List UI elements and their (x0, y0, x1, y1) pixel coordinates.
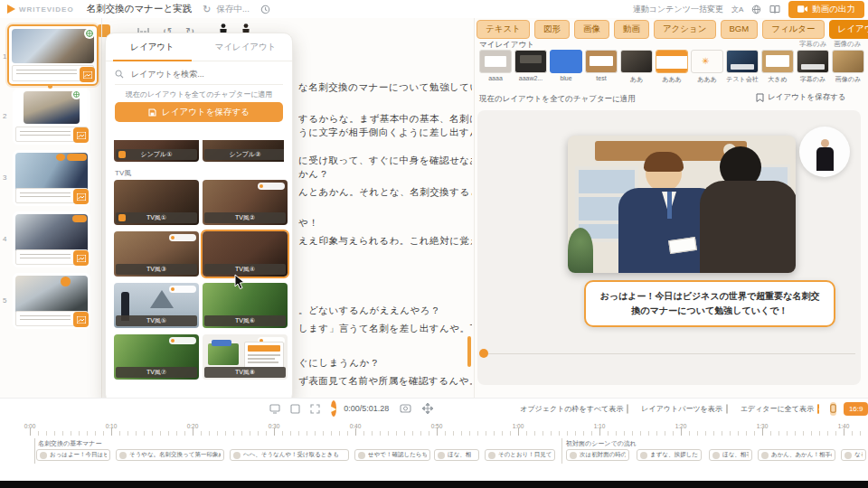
narrator-avatar[interactable] (799, 127, 850, 177)
fullscreen-icon[interactable] (310, 404, 320, 414)
script-line[interactable]: かん？ (298, 168, 472, 179)
saved-layout-item[interactable]: 画像のみ (832, 50, 864, 84)
seek-track[interactable] (488, 353, 855, 354)
subtitle-clip[interactable]: おっはよー！今日はビ (36, 449, 110, 461)
subtitle-clip[interactable]: せやで！確認したらちゃ (354, 449, 430, 461)
script-line[interactable]: ぐにしまうんか？ (298, 357, 472, 368)
subtitle-clip[interactable]: あかん、あかん！相手の名 (758, 449, 835, 461)
layout-option-tv-3[interactable]: TV風③ (114, 231, 199, 277)
script-line[interactable]: に受け取って、すぐに中身を確認せなあ (298, 155, 472, 165)
tab-image[interactable]: 画像 (574, 20, 609, 39)
preview-canvas[interactable]: おっはよー！今日はビジネスの世界で超重要な名刺交換のマナーについて勉強していくで… (477, 110, 861, 385)
capture-icon[interactable] (400, 404, 411, 413)
toggle-object-frames-checkbox[interactable] (627, 404, 628, 414)
aspect-16-9-button[interactable]: 16:9 (844, 402, 868, 416)
filter-subtitle-only[interactable]: 字幕のみ (799, 40, 826, 49)
layout-option-tv-8[interactable]: TV風⑧ (203, 334, 288, 380)
tab-filter[interactable]: フィルター (762, 20, 824, 39)
toggle-layout-parts-checkbox[interactable] (726, 404, 728, 414)
tab-video[interactable]: 動画 (614, 20, 649, 39)
globe-icon[interactable] (751, 5, 761, 14)
saved-layout-item[interactable]: aaaw2... (514, 50, 547, 81)
saved-layout-item[interactable]: test (585, 50, 618, 81)
script-line[interactable]: 。どないするんがええんやろ？ (298, 305, 472, 315)
apply-all-chapters-link[interactable]: 現在のレイアウトを全てのチャプターに適用 (106, 89, 292, 99)
layout-option-tv-5[interactable]: TV風⑤ (114, 283, 199, 328)
apply-all-chapters-link[interactable]: 現在のレイアウトを全てのチャプターに適用 (479, 94, 636, 105)
safe-area-icon[interactable] (290, 404, 300, 414)
export-video-button[interactable]: 動画の出力 (788, 1, 864, 18)
panel-divider (474, 18, 475, 398)
toggle-show-all-checkbox[interactable] (817, 404, 819, 414)
saved-layout-item[interactable]: aaaa (479, 50, 512, 81)
subtitle-clip[interactable]: なる (841, 449, 866, 461)
move-icon[interactable] (422, 403, 433, 414)
layout-button[interactable] (73, 250, 89, 266)
subtitle-clip[interactable]: ほな、相手 (709, 449, 752, 461)
translate-icon[interactable]: 文A (731, 5, 743, 14)
chapter-badge (67, 154, 87, 161)
layout-option-tv-1[interactable]: TV風① (114, 180, 199, 225)
seek-handle[interactable] (479, 349, 488, 358)
tab-action[interactable]: アクション (654, 20, 716, 39)
script-line[interactable]: します」言うて名刺を差し出すんや。丁 (298, 323, 472, 333)
subtitle-clip[interactable]: そうやな。名刺交換って第一印象め (116, 449, 224, 461)
subtitle-clip[interactable]: ほな、相 (434, 449, 479, 461)
layout-button[interactable] (80, 67, 95, 82)
tab-shape[interactable]: 図形 (534, 20, 570, 39)
popup-tab-layout[interactable]: レイアウト (106, 33, 199, 61)
subtitle-bubble[interactable]: おっはよー！今日はビジネスの世界で超重要な名刺交換のマナーについて勉強していくで… (584, 280, 835, 327)
saved-layout-item[interactable]: 大きめ (761, 50, 794, 84)
script-line[interactable]: うに文字が相手側向くように差し出すん (298, 127, 472, 137)
chapter-item-2[interactable] (13, 89, 90, 145)
subtitle-clip[interactable]: まずな、挨拶した後 (637, 449, 702, 461)
saved-layout-item[interactable]: ああ (620, 50, 653, 84)
saved-layout-item[interactable]: テスト会社 (726, 50, 759, 84)
chapter-item-1[interactable] (7, 24, 99, 86)
chapter-item-5[interactable] (13, 273, 90, 329)
tab-layout[interactable]: レイアウト (829, 20, 868, 39)
subtitle-clip[interactable]: へへ、そうなんや！受け取るときも (230, 449, 349, 461)
tab-text[interactable]: テキスト (476, 20, 530, 39)
playhead[interactable] (34, 438, 35, 464)
script-line[interactable]: ええ印象与えられるわ。これ絶対に覚え (298, 235, 472, 246)
video-frame[interactable] (568, 136, 796, 273)
chapter-item-3[interactable] (13, 150, 90, 206)
chapter-item-4[interactable] (13, 211, 90, 267)
orientation-button[interactable] (830, 402, 836, 416)
layout-option-tv-4-selected[interactable]: TV風④ (203, 231, 288, 277)
layout-option-tv-2[interactable]: TV風② (203, 180, 288, 225)
guide-book-icon[interactable] (769, 5, 780, 14)
layout-search-input[interactable] (129, 69, 269, 80)
saved-layout-item-loading[interactable]: ✳ あああ (691, 50, 723, 84)
history-icon[interactable] (260, 5, 270, 14)
project-title[interactable]: 名刺交換のマナーと実践 (87, 3, 192, 15)
popup-tab-my-layout[interactable]: マイレイアウト (199, 33, 292, 61)
saved-layout-item[interactable]: blue (550, 50, 582, 81)
layout-button[interactable] (73, 189, 89, 204)
layout-option-simple-2[interactable]: シンプル② (203, 140, 284, 162)
bulk-edit-link[interactable]: 連動コンテンツ一括変更 (633, 4, 723, 15)
layout-option-simple-1[interactable]: シンプル① (114, 140, 199, 162)
save-layout-link[interactable]: レイアウトを保存する (756, 92, 846, 103)
app-logo[interactable]: WRITEVIDEO (7, 5, 74, 14)
layout-button[interactable] (73, 312, 89, 327)
play-button[interactable]: ▶ (331, 400, 336, 417)
subtitle-clip[interactable]: そのとおり！目見て笑 (485, 449, 555, 461)
script-line[interactable]: するからな。まず基本中の基本、名刺は (298, 113, 472, 124)
filter-image-only[interactable]: 画像のみ (834, 40, 861, 49)
tab-bgm[interactable]: BGM (721, 20, 759, 39)
script-line[interactable]: ず表面見て名前や所属を確認するんや。 (298, 375, 472, 386)
layout-option-tv-7[interactable]: TV風⑦ (114, 334, 199, 380)
saved-layout-item-selected[interactable]: あああ (656, 50, 688, 84)
script-line[interactable]: な名刺交換のマナーについて勉強していく (298, 81, 472, 92)
script-line[interactable]: や！ (298, 217, 472, 228)
subtitle-clip[interactable]: 次は初対面の時の (566, 449, 629, 461)
script-line[interactable]: んとあかん。それとな、名刺交換すると (298, 186, 472, 197)
applied-icon (118, 214, 126, 221)
display-icon[interactable] (269, 404, 280, 414)
script-scrollbar-thumb[interactable] (467, 336, 471, 367)
save-layout-button[interactable]: レイアウトを保存する (115, 102, 283, 122)
layout-button[interactable] (73, 127, 89, 143)
saved-layout-item[interactable]: 字幕のみ (797, 50, 829, 84)
